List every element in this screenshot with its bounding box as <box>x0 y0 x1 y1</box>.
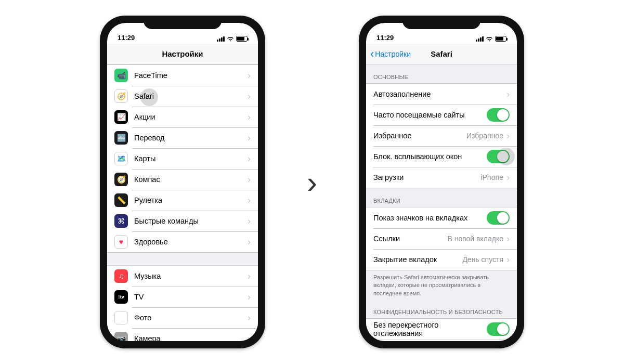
cellular-icon <box>217 36 225 42</box>
compass-icon: 🧭 <box>114 173 128 186</box>
chevron-right-icon: › <box>248 133 251 142</box>
chevron-right-icon: › <box>248 71 251 80</box>
chevron-right-icon: › <box>248 92 251 101</box>
chevron-right-icon: › <box>248 196 251 205</box>
settings-row[interactable]: Автозаполнение› <box>366 84 517 105</box>
settings-row-compass[interactable]: 🧭Компас› <box>107 169 258 190</box>
row-label: Показ значков на вкладках <box>373 214 487 222</box>
shortcuts-icon: ⌘ <box>114 214 128 228</box>
row-label: Акции <box>134 113 248 121</box>
row-label: Быстрые команды <box>134 217 248 225</box>
settings-row-photos[interactable]: ❀Фото› <box>107 307 258 328</box>
section-header: КОНФИДЕНЦИАЛЬНОСТЬ И БЕЗОПАСНОСТЬ <box>366 300 517 318</box>
arrow-icon: › <box>307 164 317 200</box>
phone-left: 11:29 Настройки 📹FaceTime›🧭Safari›📈Акции… <box>100 16 265 348</box>
health-icon: ♥ <box>114 235 128 249</box>
wifi-icon <box>227 36 234 42</box>
status-time: 11:29 <box>376 34 394 42</box>
row-detail: Избранное <box>466 132 503 140</box>
row-detail: В новой вкладке <box>448 235 503 243</box>
row-label: Ссылки <box>373 235 448 243</box>
row-detail: iPhone <box>480 173 503 181</box>
screen-left: 11:29 Настройки 📹FaceTime›🧭Safari›📈Акции… <box>107 23 258 341</box>
settings-row-health[interactable]: ♥Здоровье› <box>107 231 258 252</box>
row-label: Перевод <box>134 134 248 142</box>
page-title: Safari <box>431 49 452 58</box>
settings-row[interactable]: ИзбранноеИзбранное› <box>366 125 517 146</box>
row-label: Загрузки <box>373 173 480 181</box>
settings-row[interactable]: СсылкиВ новой вкладке› <box>366 228 517 249</box>
camera-icon: 📷 <box>114 332 128 341</box>
chevron-right-icon: › <box>248 313 251 322</box>
settings-row-camera[interactable]: 📷Камера› <box>107 328 258 341</box>
settings-row-safari[interactable]: 🧭Safari› <box>107 86 258 107</box>
settings-row[interactable]: Часто посещаемые сайты <box>366 105 517 125</box>
settings-row-shortcuts[interactable]: ⌘Быстрые команды› <box>107 211 258 231</box>
navbar-right: ‹ Настройки Safari <box>366 44 517 64</box>
settings-row-maps[interactable]: 🗺️Карты› <box>107 148 258 169</box>
toggle-switch[interactable] <box>487 322 510 336</box>
settings-row[interactable]: ЗагрузкиiPhone› <box>366 167 517 188</box>
toggle-switch[interactable] <box>487 150 510 163</box>
navbar-left: Настройки <box>107 44 258 64</box>
chevron-right-icon: › <box>248 112 251 122</box>
notch <box>144 16 222 29</box>
row-label: Музыка <box>134 272 248 280</box>
stocks-icon: 📈 <box>114 110 128 124</box>
row-label: TV <box>134 293 248 301</box>
settings-row[interactable]: Без перекрестного отслеживания <box>366 319 517 340</box>
settings-list[interactable]: 📹FaceTime›🧭Safari›📈Акции›🔤Перевод›🗺️Карт… <box>107 64 258 341</box>
back-button[interactable]: ‹ Настройки <box>370 48 411 60</box>
row-label: Фото <box>134 314 248 322</box>
page-title: Настройки <box>162 49 203 58</box>
chevron-right-icon: › <box>248 154 251 163</box>
row-label: Карты <box>134 154 248 163</box>
chevron-right-icon: › <box>248 216 251 226</box>
row-label: Избранное <box>373 132 466 140</box>
screen-right: 11:29 ‹ Настройки Safari ОСНОВНЫЕАвтозап… <box>366 23 517 341</box>
settings-row-facetime[interactable]: 📹FaceTime› <box>107 65 258 86</box>
chevron-right-icon: › <box>248 334 251 341</box>
battery-icon <box>495 36 506 42</box>
row-detail: День спустя <box>462 255 503 264</box>
section-header: ОСНОВНЫЕ <box>366 64 517 83</box>
settings-row[interactable]: Блок. всплывающих окон <box>366 146 517 167</box>
chevron-right-icon: › <box>248 175 251 184</box>
settings-row-translate[interactable]: 🔤Перевод› <box>107 127 258 148</box>
row-label: Рулетка <box>134 196 248 204</box>
row-label: Закрытие вкладок <box>373 255 462 264</box>
battery-icon <box>236 36 248 42</box>
status-indicators <box>217 36 248 42</box>
section-footer: Разрешить Safari автоматически закрывать… <box>366 270 517 300</box>
chevron-right-icon: › <box>506 89 510 99</box>
back-label: Настройки <box>375 50 411 58</box>
toggle-switch[interactable] <box>487 108 510 122</box>
chevron-right-icon: › <box>248 292 251 302</box>
facetime-icon: 📹 <box>114 69 128 82</box>
settings-row[interactable]: Блокировка всех cookie <box>366 340 517 341</box>
wifi-icon <box>486 36 493 42</box>
music-icon: ♫ <box>114 269 128 283</box>
settings-row[interactable]: Показ значков на вкладках <box>366 207 517 228</box>
safari-settings-list[interactable]: ОСНОВНЫЕАвтозаполнение›Часто посещаемые … <box>366 64 517 341</box>
photos-icon: ❀ <box>114 311 128 324</box>
tv-icon: tv <box>114 290 128 304</box>
row-label: Компас <box>134 175 248 184</box>
maps-icon: 🗺️ <box>114 152 128 165</box>
toggle-switch[interactable] <box>487 211 510 225</box>
safari-icon: 🧭 <box>114 89 128 103</box>
row-label: Здоровье <box>134 238 248 246</box>
settings-row-music[interactable]: ♫Музыка› <box>107 266 258 287</box>
chevron-right-icon: › <box>248 271 251 281</box>
row-label: Часто посещаемые сайты <box>373 111 487 119</box>
notch <box>402 16 480 29</box>
settings-row-stocks[interactable]: 📈Акции› <box>107 107 258 127</box>
chevron-left-icon: ‹ <box>370 48 374 60</box>
translate-icon: 🔤 <box>114 131 128 145</box>
settings-row-tv[interactable]: tvTV› <box>107 287 258 307</box>
settings-row[interactable]: Закрытие вкладокДень спустя› <box>366 249 517 270</box>
row-label: Автозаполнение <box>373 90 506 98</box>
status-indicators <box>476 36 506 42</box>
status-time: 11:29 <box>118 34 135 42</box>
settings-row-measure[interactable]: 📏Рулетка› <box>107 190 258 211</box>
